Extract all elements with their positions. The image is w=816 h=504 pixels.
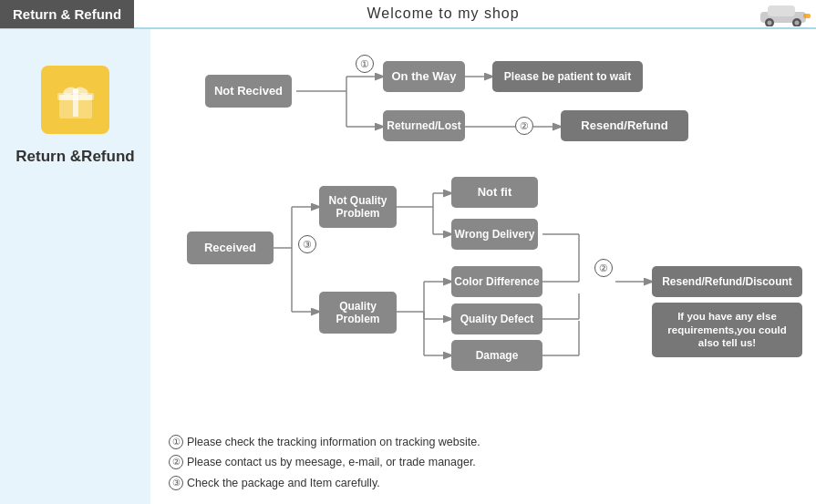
please-patient-box: Please be patient to wait — [492, 61, 643, 92]
note-text-2: Please contact us by meesage, e-mail, or… — [187, 452, 476, 473]
left-panel: Return &Refund — [0, 29, 150, 504]
resend-refund-discount-box: Resend/Refund/Discount — [652, 266, 802, 297]
note-circle-1: ① — [169, 435, 183, 449]
svg-rect-1 — [768, 5, 795, 16]
left-label: Return &Refund — [15, 147, 134, 167]
quality-problem-box: Quality Problem — [319, 292, 397, 334]
note-text-3: Check the package and Item carefully. — [187, 473, 380, 494]
circle-num-2-bottom: ② — [594, 259, 613, 277]
not-recived-box: Not Recived — [205, 75, 292, 108]
svg-rect-9 — [59, 100, 92, 118]
notes-section: ① Please check the tracking information … — [169, 432, 480, 494]
wrong-delivery-box: Wrong Delivery — [451, 219, 538, 250]
note-line-3: ③ Check the package and Item carefully. — [169, 473, 480, 494]
svg-point-4 — [768, 21, 772, 26]
quality-defect-box: Quality Defect — [451, 303, 542, 334]
circle-num-2-top: ② — [515, 117, 533, 135]
diagram-area: ① Not Recived On the Way Returned/Lost P… — [150, 29, 816, 504]
on-the-way-box: On the Way — [383, 61, 465, 92]
header-title: Return & Refund — [0, 0, 134, 28]
note-text-1: Please check the tracking information on… — [187, 432, 480, 453]
note-circle-3: ③ — [169, 476, 183, 490]
returned-lost-box: Returned/Lost — [383, 110, 465, 141]
svg-rect-6 — [803, 14, 811, 18]
damage-box: Damage — [451, 340, 542, 371]
svg-point-13 — [73, 88, 78, 94]
svg-rect-10 — [57, 93, 94, 100]
note-circle-2: ② — [169, 455, 183, 469]
received-box: Received — [187, 231, 274, 264]
gift-icon-box — [41, 66, 109, 134]
header-welcome: Welcome to my shop — [134, 5, 752, 22]
not-fit-box: Not fit — [451, 177, 538, 208]
main-content: Return &Refund — [0, 29, 816, 504]
note-line-2: ② Please contact us by meesage, e-mail, … — [169, 452, 480, 473]
header: Return & Refund Welcome to my shop — [0, 0, 816, 29]
svg-point-5 — [795, 21, 800, 26]
circle-num-3: ③ — [298, 235, 316, 253]
not-quality-problem-box: Not Quality Problem — [319, 186, 397, 228]
note-line-1: ① Please check the tracking information … — [169, 432, 480, 453]
resend-refund-box: Resend/Refund — [561, 110, 688, 141]
if-you-have-box: If you have any else requirements,you co… — [652, 303, 802, 357]
circle-num-1: ① — [356, 55, 374, 73]
header-car-icon — [752, 0, 816, 28]
color-difference-box: Color Difference — [451, 266, 542, 297]
